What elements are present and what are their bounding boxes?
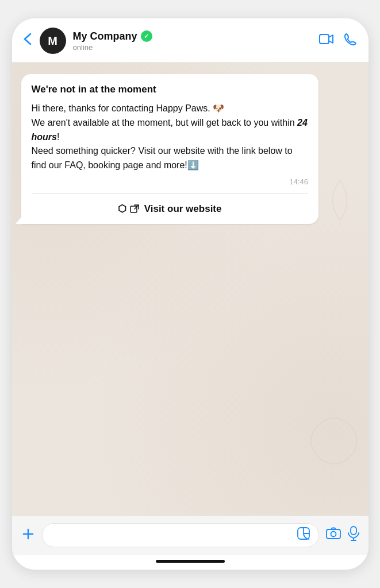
message-bubble: We're not in at the moment Hi there, tha…: [21, 74, 318, 224]
message-line1: Hi there, thanks for contacting Happy Pa…: [32, 103, 225, 113]
message-body: Hi there, thanks for contacting Happy Pa…: [32, 102, 308, 173]
visit-website-label: Visit our website: [130, 203, 222, 215]
chat-header: M My Company online: [12, 18, 369, 63]
phone-frame: M My Company online: [12, 18, 369, 570]
contact-name: My Company: [73, 30, 137, 42]
message-input-wrap: [42, 523, 319, 547]
message-input[interactable]: [51, 530, 297, 540]
svg-rect-5: [327, 529, 340, 539]
svg-rect-7: [351, 527, 356, 535]
visit-website-button[interactable]: ⬡ Visit our website: [32, 199, 308, 217]
home-indicator: [12, 555, 369, 570]
add-button[interactable]: [21, 527, 35, 544]
back-button[interactable]: [24, 33, 32, 49]
message-timestamp: 14:46: [32, 177, 308, 186]
message-line2: We aren't available at the moment, but w…: [32, 118, 308, 142]
contact-status: online: [73, 43, 312, 52]
verified-badge: [141, 30, 152, 42]
emphasis-hours: 24 hours: [32, 118, 308, 142]
header-actions: [319, 33, 357, 49]
message-divider: [32, 193, 308, 194]
video-call-icon[interactable]: [319, 33, 334, 48]
phone-call-icon[interactable]: [344, 33, 357, 49]
avatar: M: [40, 28, 66, 54]
contact-info: My Company online: [73, 30, 312, 52]
external-link-icon: ⬡: [118, 203, 126, 215]
sticker-icon[interactable]: [297, 527, 310, 544]
home-bar: [156, 560, 225, 563]
camera-icon[interactable]: [326, 527, 341, 543]
message-line3: Need something quicker? Visit our websit…: [32, 146, 293, 170]
mic-icon[interactable]: [348, 526, 359, 544]
svg-point-6: [331, 532, 336, 537]
chat-area: We're not in at the moment Hi there, tha…: [12, 63, 369, 516]
message-title: We're not in at the moment: [32, 83, 308, 96]
input-area: [12, 516, 369, 555]
svg-rect-0: [320, 34, 329, 44]
